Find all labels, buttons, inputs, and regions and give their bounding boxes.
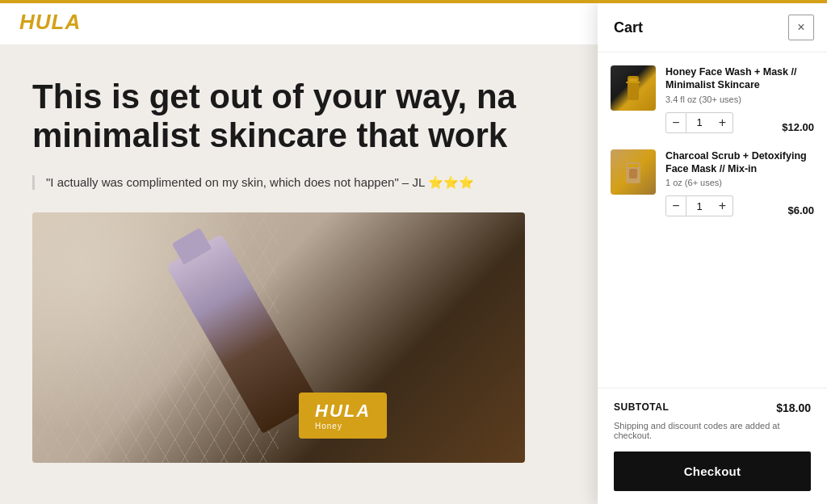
hero-image: HULA Honey (32, 212, 525, 463)
qty-decrease-2[interactable]: − (665, 195, 686, 216)
subtotal-value: $18.00 (776, 401, 811, 414)
svg-rect-2 (626, 82, 640, 83)
item-row-bottom-1: − 1 + $12.00 (665, 112, 814, 133)
top-bar (0, 0, 827, 3)
cart-panel: Cart × Honey Face Wash + Mask // Minimal… (598, 0, 827, 504)
item-image-2 (611, 149, 656, 195)
qty-controls-2: − 1 + (665, 195, 733, 216)
qty-decrease-1[interactable]: − (665, 112, 686, 133)
main-content: This is get out of your way, na minimali… (0, 45, 598, 504)
item-variant-1: 3.4 fl oz (30+ uses) (665, 94, 814, 104)
item-variant-2: 1 oz (6+ uses) (665, 178, 814, 187)
qty-value-1: 1 (686, 112, 712, 133)
checkout-button[interactable]: Checkout (614, 452, 811, 491)
product-name-label: Honey (315, 422, 371, 430)
item-price-2: $6.00 (787, 201, 814, 216)
subtotal-row: SUBTOTAL $18.00 (614, 401, 811, 414)
cart-item: Charcoal Scrub + Detoxifying Face Mask /… (611, 149, 814, 217)
subtotal-label: SUBTOTAL (614, 401, 669, 414)
quote-block: "I actually was complimented on my skin,… (32, 175, 565, 190)
close-cart-button[interactable]: × (788, 15, 814, 40)
qty-increase-1[interactable]: + (712, 112, 733, 133)
quote-text: "I actually was complimented on my skin,… (46, 175, 474, 189)
svg-rect-4 (628, 164, 639, 167)
item-image-1 (611, 65, 656, 111)
hero-heading: This is get out of your way, na minimali… (32, 78, 533, 156)
logo[interactable]: HULA (19, 10, 81, 35)
item-name-2: Charcoal Scrub + Detoxifying Face Mask /… (665, 149, 814, 176)
shipping-note: Shipping and discount codes are added at… (614, 421, 811, 440)
item-info-2: Charcoal Scrub + Detoxifying Face Mask /… (665, 149, 814, 217)
item-name-1: Honey Face Wash + Mask // Minimalist Ski… (665, 65, 814, 92)
cart-item: Honey Face Wash + Mask // Minimalist Ski… (611, 65, 814, 133)
cart-header: Cart × (598, 0, 827, 52)
cart-items: Honey Face Wash + Mask // Minimalist Ski… (598, 52, 827, 388)
product-label: HULA Honey (299, 393, 387, 439)
qty-increase-2[interactable]: + (712, 195, 733, 216)
item-info-1: Honey Face Wash + Mask // Minimalist Ski… (665, 65, 814, 133)
bottle-shape (166, 233, 318, 434)
qty-value-2: 1 (686, 195, 712, 216)
item-thumbnail-1 (611, 65, 656, 111)
cart-title: Cart (614, 19, 643, 36)
cart-footer: SUBTOTAL $18.00 Shipping and discount co… (598, 388, 827, 504)
product-brand: HULA (315, 401, 371, 422)
qty-controls-1: − 1 + (665, 112, 733, 133)
item-price-1: $12.00 (782, 118, 814, 133)
item-thumbnail-2 (611, 149, 656, 195)
item-row-bottom-2: − 1 + $6.00 (665, 195, 814, 216)
svg-rect-5 (629, 169, 637, 178)
